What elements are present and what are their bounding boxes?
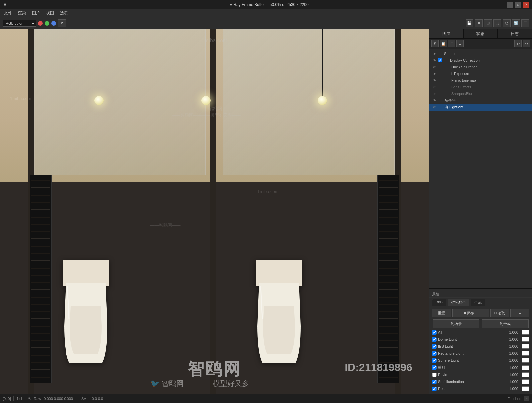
light-row-all: All 1.000 :: [432, 329, 529, 336]
load-button[interactable]: □ 读取: [490, 309, 509, 317]
menu-view[interactable]: 视图: [43, 10, 57, 17]
props-tab-composite[interactable]: 合成: [471, 299, 485, 306]
close-button[interactable]: ✕: [523, 2, 529, 8]
window-controls[interactable]: — □ ✕: [507, 2, 529, 8]
layer-item-jiao[interactable]: 👁 矫锋筆: [429, 97, 532, 104]
layer-eye-exposure[interactable]: 👁: [432, 71, 437, 76]
render-viewport[interactable]: for(let i=0;i<28;i++) document.write('<d…: [0, 29, 429, 394]
window-title: V-Ray Frame Buffer - [50.0% of 2530 x 22…: [10, 2, 529, 7]
minimize-button[interactable]: —: [507, 2, 513, 8]
layer-item-lens[interactable]: 👁 Lens Effects: [429, 84, 532, 90]
light-row-environment: Environment 1.000 :: [432, 371, 529, 378]
layer-item-exposure[interactable]: 👁 i Exposure: [429, 70, 532, 77]
light-color-environment[interactable]: [522, 372, 529, 377]
layer-item-sharpen[interactable]: 👁 Sharpen/Blur: [429, 90, 532, 97]
tab-status[interactable]: 状态: [464, 29, 498, 38]
tab-layers[interactable]: 图层: [429, 29, 464, 38]
light-check-ies[interactable]: [432, 344, 437, 349]
pendant-light-center-left: [201, 29, 211, 105]
layer-item-lightmix[interactable]: 👁 淹 LightMix: [429, 104, 532, 111]
settings-button[interactable]: ☰: [521, 19, 529, 27]
layer-eye-lightmix[interactable]: 👁: [432, 105, 437, 110]
status-zoom: 1x1: [16, 397, 22, 401]
swap-button[interactable]: 🔃: [512, 19, 520, 27]
clear-button[interactable]: ✕: [475, 19, 483, 27]
layer-item-stamp[interactable]: 👁 Stamp: [429, 50, 532, 57]
light-color-ies[interactable]: [522, 344, 529, 349]
status-sep-5: [106, 396, 106, 401]
save-image-button[interactable]: 💾: [466, 19, 473, 27]
urinal-right: [252, 260, 306, 374]
status-bar: [0, 0] 1x1 ↖ Raw 0.000 0.000 0.000 HSV 0…: [0, 394, 532, 403]
reset-button[interactable]: 重置: [432, 309, 451, 317]
save-button[interactable]: ■ 保存...: [452, 309, 489, 317]
status-settings-button[interactable]: ≡: [524, 396, 529, 401]
layer-item-display-correction[interactable]: 👁 Display Correction: [429, 57, 532, 64]
layer-check-display-correction[interactable]: [438, 58, 442, 62]
layer-eye-display-correction[interactable]: 👁: [432, 58, 437, 63]
layer-eye-lens[interactable]: 👁: [432, 85, 437, 89]
light-check-sphere[interactable]: [432, 358, 437, 363]
red-channel-dot[interactable]: [38, 21, 43, 26]
urinal-right-svg: [252, 260, 306, 373]
layer-name-jiao: 矫锋筆: [445, 98, 456, 103]
light-check-rest[interactable]: [432, 387, 437, 391]
layer-copy-button[interactable]: ⎘: [431, 40, 439, 47]
clone-button[interactable]: ⬚: [493, 19, 501, 27]
status-message: Finished: [507, 397, 521, 401]
layer-eye-filmic[interactable]: 👁: [432, 78, 437, 83]
light-value-rest: 1.000: [502, 387, 518, 391]
region-button[interactable]: ⊞: [484, 19, 492, 27]
layer-eye-stamp[interactable]: 👁: [432, 51, 437, 56]
layer-grid-button[interactable]: ⊞: [448, 40, 455, 47]
more-button[interactable]: ≡: [510, 309, 529, 317]
light-color-rectangle[interactable]: [522, 351, 529, 356]
layer-eye-hue[interactable]: 👁: [432, 65, 437, 69]
to-composite-button[interactable]: 到合成: [482, 319, 529, 328]
blue-channel-dot[interactable]: [51, 21, 56, 26]
menu-image[interactable]: 图片: [29, 10, 43, 17]
light-color-all[interactable]: [522, 330, 529, 335]
tab-log[interactable]: 日志: [498, 29, 532, 38]
props-tab-bob[interactable]: B0B: [432, 299, 446, 306]
light-color-wall-lamp[interactable]: [522, 365, 529, 370]
layer-item-hue-saturation[interactable]: 👁 Hue / Saturation: [429, 64, 532, 70]
layer-undo-button[interactable]: ↩: [514, 40, 522, 47]
light-value-rectangle: 1.000: [502, 351, 518, 355]
maximize-button[interactable]: □: [515, 2, 521, 8]
colon-all: :: [520, 330, 521, 334]
status-cursor-icon: ↖: [28, 396, 31, 401]
light-check-dome[interactable]: [432, 337, 437, 342]
green-channel-dot[interactable]: [45, 21, 49, 26]
light-color-rest[interactable]: [522, 386, 529, 391]
layer-name-sharpen: Sharpen/Blur: [451, 92, 472, 96]
status-coords2: 0.0 0.0: [92, 397, 103, 401]
reset-view-button[interactable]: ↺: [58, 19, 66, 27]
to-scene-button[interactable]: 到场景: [433, 319, 479, 328]
layer-note-button[interactable]: 📋: [440, 40, 447, 47]
menu-file[interactable]: 文件: [1, 10, 15, 17]
layer-menu-button[interactable]: ≡: [456, 40, 464, 47]
light-check-wall-lamp[interactable]: [432, 365, 437, 370]
channel-select[interactable]: RGB color: [3, 20, 36, 27]
light-row-dome: Dome Light 1.000 :: [432, 336, 529, 343]
title-bar: 🖥 V-Ray Frame Buffer - [50.0% of 2530 x …: [0, 0, 532, 9]
layer-eye-jiao[interactable]: 👁: [432, 98, 437, 103]
light-check-rectangle[interactable]: [432, 351, 437, 356]
light-check-self-illum[interactable]: [432, 380, 437, 384]
light-row-rectangle: Rectangle Light 1.000 :: [432, 350, 529, 357]
menu-options[interactable]: 选项: [57, 10, 70, 17]
layer-redo-button[interactable]: ↪: [523, 40, 530, 47]
urinal-left: [59, 260, 112, 374]
props-tab-lightmix[interactable]: 灯光混合: [448, 299, 469, 306]
menu-render[interactable]: 渲染: [15, 10, 29, 17]
louvered-panel-right: for(let i=0;i<28;i++) document.write('<d…: [377, 175, 399, 383]
layer-eye-sharpen[interactable]: 👁: [432, 91, 437, 96]
layer-item-filmic[interactable]: 👁 Filmic tonemap: [429, 77, 532, 84]
light-check-all[interactable]: [432, 330, 437, 335]
light-color-dome[interactable]: [522, 337, 529, 342]
light-color-sphere[interactable]: [522, 358, 529, 363]
compare-button[interactable]: ◎: [503, 19, 511, 27]
light-check-environment[interactable]: [432, 373, 437, 377]
light-color-self-illum[interactable]: [522, 379, 529, 384]
